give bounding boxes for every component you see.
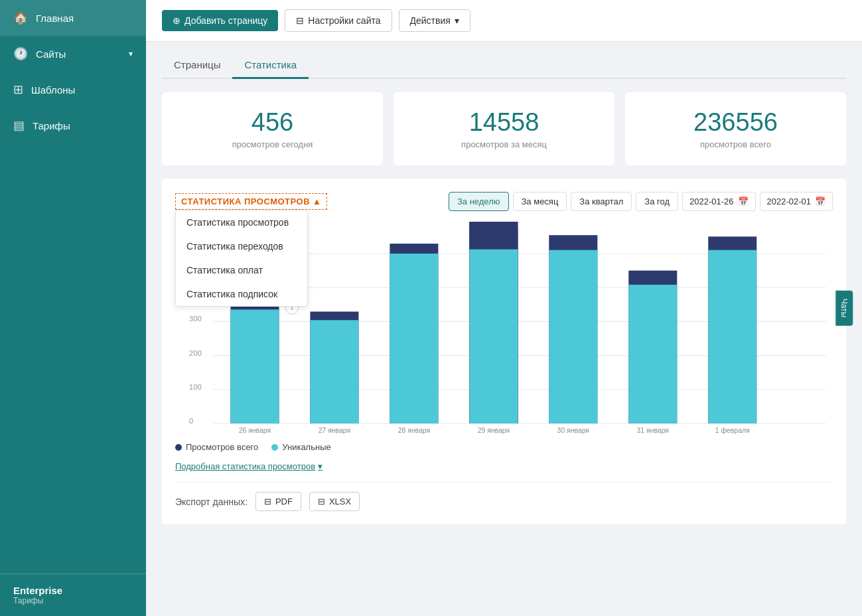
calendar-from-icon: 📅 (738, 196, 749, 206)
svg-text:2022 г.: 2022 г. (642, 433, 663, 434)
plan-name: Enterprise (13, 585, 133, 596)
chart-title-dropdown[interactable]: СТАТИСТИКА ПРОСМОТРОВ ▲ (175, 193, 327, 210)
export-label: Экспорт данных: (175, 497, 248, 507)
svg-text:300: 300 (189, 314, 202, 323)
chart-section: СТАТИСТИКА ПРОСМОТРОВ ▲ Статистика просм… (162, 179, 846, 524)
legend-total-dot (175, 444, 182, 451)
sidebar-item-templates[interactable]: ⊞ Шаблоны (0, 72, 146, 108)
date-from-input[interactable]: 2022-01-26 📅 (682, 192, 756, 211)
export-pdf-label: PDF (275, 497, 293, 506)
chart-header: СТАТИСТИКА ПРОСМОТРОВ ▲ Статистика просм… (175, 192, 833, 211)
svg-text:2022 г.: 2022 г. (563, 433, 583, 434)
svg-text:2022 г.: 2022 г. (483, 433, 504, 434)
add-page-label: Добавить страницу (184, 15, 267, 26)
export-xlsx-button[interactable]: ⊟ XLSX (309, 492, 360, 511)
svg-text:2022 г.: 2022 г. (244, 433, 265, 434)
settings-label: Настройки сайта (308, 15, 380, 26)
bar-2-unique (310, 320, 358, 424)
tab-pages[interactable]: Страницы (162, 52, 232, 79)
plan-sub: Тарифы (13, 596, 133, 605)
sites-icon: 🕐 (13, 46, 28, 61)
dropdown-item-subscriptions[interactable]: Статистика подписок (176, 282, 307, 306)
chat-button[interactable]: Чаты (836, 291, 853, 326)
legend-total-label: Просмотров всего (186, 442, 258, 452)
svg-text:100: 100 (189, 382, 202, 391)
sidebar-bottom: Enterprise Тарифы (0, 574, 146, 616)
tab-stats[interactable]: Статистика (232, 52, 309, 79)
bar-6-unique (628, 285, 677, 424)
svg-text:200: 200 (189, 348, 202, 356)
chart-filters: За неделю За месяц За квартал За год 202… (449, 192, 833, 211)
stats-row: 456 просмотров сегодня 14558 просмотров … (162, 92, 846, 165)
bar-1-unique (230, 309, 279, 424)
home-icon: 🏠 (13, 11, 28, 25)
tabs: Страницы Статистика (162, 42, 846, 79)
main-content: ‹ ⊕ Добавить страницу ⊟ Настройки сайта … (146, 0, 862, 616)
filter-year-button[interactable]: За год (636, 192, 678, 211)
stat-value-total: 236556 (641, 108, 830, 137)
content-area: Страницы Статистика 456 просмотров сегод… (146, 42, 862, 616)
chart-title-text: СТАТИСТИКА ПРОСМОТРОВ (181, 196, 310, 206)
chat-label: Чаты (840, 299, 849, 318)
stat-label-today: просмотров сегодня (178, 139, 367, 149)
stat-card-month: 14558 просмотров за месяц (394, 92, 614, 165)
templates-icon: ⊞ (13, 82, 23, 97)
chart-title-container: СТАТИСТИКА ПРОСМОТРОВ ▲ Статистика просм… (175, 193, 327, 210)
sidebar-label-templates: Шаблоны (31, 84, 75, 96)
calendar-to-icon: 📅 (815, 196, 826, 206)
sidebar-label-sites: Сайты (36, 48, 66, 60)
sidebar-item-home[interactable]: 🏠 Главная (0, 0, 146, 36)
sidebar-item-plans[interactable]: ▤ Тарифы (0, 108, 146, 143)
detail-stats-link[interactable]: Подробная статистика просмотров ▾ (175, 461, 323, 471)
legend-unique-dot (271, 444, 278, 451)
chart-legend: Просмотров всего Уникальные (175, 442, 833, 452)
filter-month-button[interactable]: За месяц (513, 192, 567, 211)
legend-total: Просмотров всего (175, 442, 258, 452)
svg-text:2022 г.: 2022 г. (403, 433, 424, 434)
actions-button[interactable]: Действия ▾ (399, 9, 470, 32)
stat-label-total: просмотров всего (641, 139, 830, 149)
actions-arrow-icon: ▾ (455, 15, 459, 26)
stat-card-total: 236556 просмотров всего (625, 92, 846, 165)
chart-title-arrow-icon: ▲ (313, 196, 321, 206)
export-pdf-button[interactable]: ⊟ PDF (255, 492, 301, 511)
bar-4-unique (469, 250, 518, 424)
sidebar-item-sites[interactable]: 🕐 Сайты ▾ (0, 36, 146, 72)
bar-3-unique (390, 254, 438, 424)
bar-7-unique (708, 250, 756, 424)
dropdown-item-transitions[interactable]: Статистика переходов (176, 234, 307, 258)
sidebar-label-plans: Тарифы (33, 120, 70, 131)
export-pdf-icon: ⊟ (264, 497, 271, 506)
stat-value-month: 14558 (409, 108, 599, 137)
export-xlsx-label: XLSX (329, 497, 351, 506)
plans-icon: ▤ (13, 118, 25, 133)
add-page-button[interactable]: ⊕ Добавить страницу (162, 10, 278, 31)
export-row: Экспорт данных: ⊟ PDF ⊟ XLSX (175, 482, 833, 511)
add-page-icon: ⊕ (173, 15, 180, 26)
filter-quarter-button[interactable]: За квартал (571, 192, 632, 211)
dropdown-item-views[interactable]: Статистика просмотров (176, 210, 307, 234)
export-xlsx-icon: ⊟ (318, 497, 325, 506)
date-from-value: 2022-01-26 (689, 196, 734, 206)
detail-link-arrow-icon: ▾ (318, 461, 323, 471)
date-to-input[interactable]: 2022-02-01 📅 (760, 192, 833, 211)
svg-text:2022 г.: 2022 г. (722, 433, 743, 434)
stat-card-today: 456 просмотров сегодня (162, 92, 383, 165)
actions-label: Действия (410, 15, 451, 26)
filter-week-button[interactable]: За неделю (449, 192, 509, 211)
toolbar: ⊕ Добавить страницу ⊟ Настройки сайта Де… (146, 0, 862, 42)
detail-link-text: Подробная статистика просмотров (175, 461, 315, 471)
sites-arrow-icon: ▾ (129, 49, 133, 58)
chart-footer: Подробная статистика просмотров ▾ (175, 461, 833, 471)
stat-value-today: 456 (178, 108, 367, 137)
stat-label-month: просмотров за месяц (409, 139, 599, 149)
legend-unique: Уникальные (271, 442, 330, 452)
sidebar: 🏠 Главная 🕐 Сайты ▾ ⊞ Шаблоны ▤ Тарифы E… (0, 0, 146, 616)
settings-icon: ⊟ (296, 15, 304, 26)
legend-unique-label: Уникальные (282, 442, 330, 452)
chart-dropdown-menu: Статистика просмотров Статистика переход… (175, 210, 308, 307)
site-settings-button[interactable]: ⊟ Настройки сайта (285, 9, 392, 32)
bar-5-unique (549, 250, 597, 424)
dropdown-item-payments[interactable]: Статистика оплат (176, 258, 307, 282)
svg-text:2022 г.: 2022 г. (324, 433, 344, 434)
